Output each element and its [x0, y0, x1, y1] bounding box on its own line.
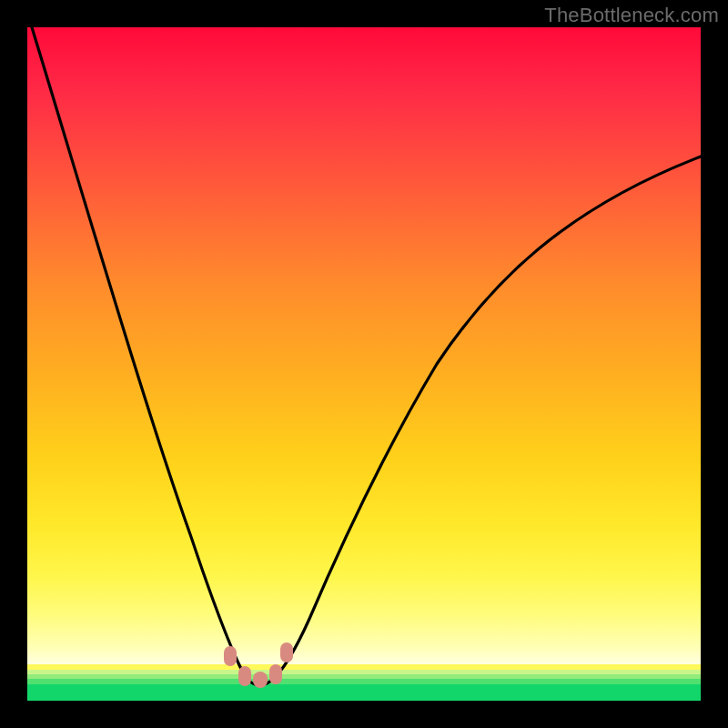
bottleneck-curve — [32, 27, 701, 685]
svg-rect-4 — [280, 642, 293, 662]
svg-rect-2 — [253, 672, 268, 688]
svg-rect-0 — [224, 646, 237, 666]
trough-markers — [224, 642, 293, 688]
plot-area — [27, 27, 701, 701]
watermark-text: TheBottleneck.com — [544, 4, 719, 27]
curve-layer — [27, 27, 701, 701]
svg-rect-1 — [238, 666, 251, 686]
chart-frame: TheBottleneck.com — [0, 0, 728, 728]
svg-rect-3 — [269, 664, 282, 684]
